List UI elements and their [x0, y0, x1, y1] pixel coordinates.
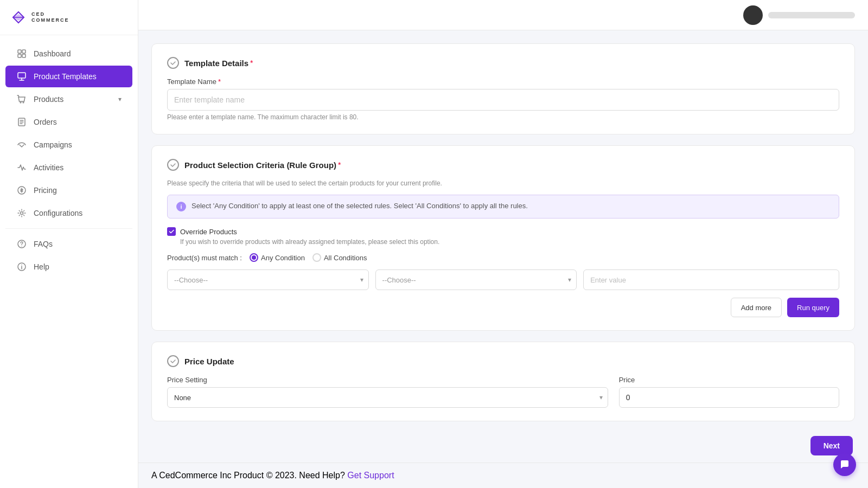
- section-check-icon-2: [167, 159, 179, 171]
- svg-rect-5: [18, 54, 21, 57]
- sidebar-item-pricing[interactable]: Pricing: [5, 179, 132, 201]
- template-name-input[interactable]: [167, 89, 839, 111]
- svg-point-9: [23, 102, 24, 103]
- section-title-3: Price Update: [184, 357, 234, 366]
- section-header-template: Template Details *: [167, 57, 839, 69]
- sidebar-item-product-templates[interactable]: Product Templates: [5, 66, 132, 87]
- template-details-section: Template Details * Template Name* Please…: [151, 43, 855, 134]
- condition-select-2[interactable]: --Choose--: [375, 269, 577, 290]
- sidebar-divider: [5, 228, 132, 229]
- price-setting-label: Price Setting: [167, 376, 608, 384]
- products-icon: [16, 94, 27, 105]
- section-check-icon: [167, 57, 179, 69]
- campaigns-icon: [16, 139, 27, 150]
- chevron-down-icon: ▾: [118, 95, 122, 103]
- main-wrapper: Template Details * Template Name* Please…: [138, 0, 868, 488]
- override-products-row[interactable]: Override Products: [167, 227, 839, 236]
- match-options-row: Product(s) must match : Any Condition Al…: [167, 253, 839, 262]
- svg-rect-4: [22, 50, 25, 53]
- sidebar-item-label: Configurations: [34, 209, 82, 217]
- dashboard-icon: [16, 48, 27, 59]
- add-more-button[interactable]: Add more: [731, 298, 782, 317]
- override-hint: If you wish to override products with al…: [180, 238, 839, 246]
- svg-rect-7: [18, 73, 25, 78]
- svg-point-8: [20, 102, 21, 103]
- radio-any-label: Any Condition: [261, 254, 305, 262]
- info-icon: i: [176, 202, 186, 211]
- logo-text: CED COMMERCE: [31, 11, 69, 23]
- sidebar-item-label: Products: [34, 95, 63, 104]
- info-banner: i Select 'Any Condition' to apply at lea…: [167, 195, 839, 219]
- sidebar-item-campaigns[interactable]: Campaigns: [5, 134, 132, 156]
- price-setting-select[interactable]: None: [167, 387, 608, 408]
- section-title-2: Product Selection Criteria (Rule Group): [184, 160, 336, 170]
- condition-select-1-wrapper: --Choose-- ▾: [167, 269, 369, 290]
- sidebar-item-orders[interactable]: Orders: [5, 111, 132, 133]
- section-header-price: Price Update: [167, 355, 839, 367]
- sidebar-item-dashboard[interactable]: Dashboard: [5, 43, 132, 65]
- svg-rect-3: [18, 50, 21, 53]
- template-name-label: Template Name*: [167, 78, 839, 86]
- condition-select-2-wrapper: --Choose-- ▾: [375, 269, 577, 290]
- svg-rect-6: [22, 54, 25, 57]
- radio-all-conditions[interactable]: All Conditions: [312, 253, 367, 262]
- user-info-bar: [768, 12, 855, 18]
- radio-any-circle: [250, 253, 258, 262]
- avatar: [743, 5, 763, 25]
- faqs-icon: [16, 239, 27, 249]
- price-input[interactable]: [619, 387, 839, 408]
- sidebar-item-label: Help: [34, 262, 49, 271]
- price-update-section: Price Update Price Setting None ▾ Price: [151, 342, 855, 421]
- sidebar-item-label: Product Templates: [34, 72, 97, 81]
- chat-button[interactable]: [833, 453, 856, 476]
- sidebar-item-activities[interactable]: Activities: [5, 157, 132, 178]
- sidebar-item-label: FAQs: [34, 240, 53, 248]
- sidebar-item-products[interactable]: Products ▾: [5, 88, 132, 110]
- footer-copyright: A CedCommerce Inc Product © 2023. Need H…: [151, 471, 394, 480]
- condition-select-1[interactable]: --Choose--: [167, 269, 369, 290]
- sidebar-item-label: Orders: [34, 118, 57, 126]
- match-label: Product(s) must match :: [167, 254, 242, 262]
- price-setting-select-wrapper: None ▾: [167, 387, 608, 408]
- required-star-2: *: [338, 160, 341, 169]
- section-title: Template Details: [184, 59, 248, 68]
- product-selection-section: Product Selection Criteria (Rule Group) …: [151, 145, 855, 331]
- sidebar: CED COMMERCE Dashboard Product Templates…: [0, 0, 138, 488]
- sidebar-item-label: Pricing: [34, 186, 57, 195]
- sidebar-item-help[interactable]: Help: [5, 256, 132, 278]
- required-star: *: [250, 59, 253, 67]
- help-icon: [16, 261, 27, 272]
- orders-icon: [16, 117, 27, 127]
- radio-all-circle: [312, 253, 321, 262]
- radio-all-label: All Conditions: [324, 254, 367, 262]
- configurations-icon: [16, 208, 27, 219]
- condition-dropdowns-row: --Choose-- ▾ --Choose-- ▾: [167, 269, 839, 290]
- next-button[interactable]: Next: [810, 436, 853, 455]
- price-setting-wrapper: Price Setting None ▾: [167, 376, 608, 408]
- section-header-product: Product Selection Criteria (Rule Group) …: [167, 159, 839, 171]
- svg-point-14: [21, 246, 22, 246]
- run-query-button[interactable]: Run query: [787, 298, 839, 317]
- override-products-label: Override Products: [180, 228, 237, 236]
- pricing-icon: [16, 185, 27, 196]
- override-products-checkbox[interactable]: [167, 227, 176, 236]
- section-check-icon-3: [167, 355, 179, 367]
- info-banner-text: Select 'Any Condition' to apply at least…: [192, 202, 528, 210]
- template-name-field: Template Name* Please enter a template n…: [167, 78, 839, 121]
- brand-logo: CED COMMERCE: [0, 0, 138, 35]
- price-fields-row: Price Setting None ▾ Price: [167, 376, 839, 408]
- condition-value-input[interactable]: [583, 269, 839, 290]
- sidebar-item-label: Activities: [34, 163, 63, 172]
- radio-any-condition[interactable]: Any Condition: [250, 253, 305, 262]
- price-label: Price: [619, 376, 839, 384]
- product-templates-icon: [16, 71, 27, 82]
- selection-description: Please specify the criteria that will be…: [167, 179, 839, 187]
- sidebar-item-faqs[interactable]: FAQs: [5, 233, 132, 255]
- get-support-link[interactable]: Get Support: [347, 471, 394, 480]
- main-content: Template Details * Template Name* Please…: [138, 30, 868, 463]
- logo-icon: [11, 10, 26, 25]
- sidebar-item-label: Dashboard: [34, 49, 71, 58]
- template-name-hint: Please enter a template name. The maximu…: [167, 113, 839, 121]
- sidebar-item-configurations[interactable]: Configurations: [5, 202, 132, 224]
- header: [138, 0, 868, 30]
